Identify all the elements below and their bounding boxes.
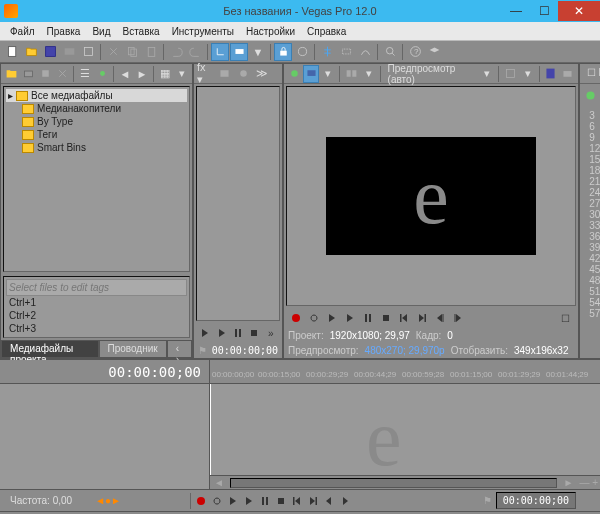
play-icon[interactable] [198, 325, 212, 341]
media-tree[interactable]: ▸Все медиафайлы Медианакопители By Type … [3, 86, 190, 272]
close-panel-icon[interactable]: ☐ [558, 310, 574, 326]
play-icon[interactable] [214, 325, 228, 341]
menu-view[interactable]: Вид [86, 24, 116, 39]
stop-icon[interactable] [378, 310, 394, 326]
prev-icon[interactable]: ◄ [117, 65, 133, 83]
zoom-tool-icon[interactable] [381, 43, 399, 61]
help-icon[interactable]: ? [406, 43, 424, 61]
menu-insert[interactable]: Вставка [116, 24, 165, 39]
new-icon[interactable] [3, 43, 21, 61]
dropdown-icon[interactable]: ▾ [519, 65, 535, 83]
render-icon[interactable] [60, 43, 78, 61]
copy-snapshot-icon[interactable] [560, 65, 576, 83]
minimize-button[interactable]: — [502, 1, 530, 21]
lock-icon[interactable] [274, 43, 292, 61]
cut-icon[interactable] [104, 43, 122, 61]
menu-help[interactable]: Справка [301, 24, 352, 39]
import-icon[interactable] [3, 65, 19, 83]
pause-icon[interactable] [257, 493, 273, 509]
edit-tool-icon[interactable] [318, 43, 336, 61]
snap-icon[interactable] [211, 43, 229, 61]
more-icon[interactable]: » [264, 325, 278, 341]
show-video-icon[interactable] [215, 65, 233, 83]
stop-icon[interactable] [247, 325, 261, 341]
menu-settings[interactable]: Настройки [240, 24, 301, 39]
record-icon[interactable] [288, 310, 304, 326]
go-start-icon[interactable] [289, 493, 305, 509]
media-props-icon[interactable]: ☰ [77, 65, 93, 83]
redo-icon[interactable] [186, 43, 204, 61]
next-frame-icon[interactable] [337, 493, 353, 509]
copy-icon[interactable] [123, 43, 141, 61]
remove-icon[interactable] [54, 65, 70, 83]
close-button[interactable]: ✕ [558, 1, 600, 21]
timeline-scrollbar[interactable]: ◄ ► — + [210, 475, 600, 489]
next-icon[interactable]: ► [134, 65, 150, 83]
dropdown-icon[interactable]: ▾ [361, 65, 377, 83]
tutor-icon[interactable] [425, 43, 443, 61]
play-start-icon[interactable] [225, 493, 241, 509]
menu-file[interactable]: Файл [4, 24, 41, 39]
timeline-timecode-2[interactable]: 00:00:00;00 [496, 492, 576, 509]
tree-item[interactable]: Медианакопители [6, 102, 187, 115]
paste-icon[interactable] [142, 43, 160, 61]
track-list[interactable] [0, 384, 209, 489]
record-icon[interactable] [193, 493, 209, 509]
tree-item[interactable]: By Type [6, 115, 187, 128]
playhead[interactable] [210, 384, 211, 475]
crossfade-icon[interactable]: ▼ [249, 43, 267, 61]
more-icon[interactable]: ≫ [253, 65, 271, 83]
properties-icon[interactable] [79, 43, 97, 61]
prev-frame-icon[interactable] [321, 493, 337, 509]
pause-icon[interactable] [360, 310, 376, 326]
dropdown-icon[interactable]: ▾ [320, 65, 336, 83]
stop-icon[interactable] [273, 493, 289, 509]
ignore-grouping-icon[interactable] [293, 43, 311, 61]
scrub-control[interactable]: ◄●► [95, 495, 121, 506]
menu-edit[interactable]: Правка [41, 24, 87, 39]
timeline-ruler[interactable]: 00:00:00;00 00:00:15;00 00:00:29;29 00:0… [210, 360, 600, 384]
get-media-icon[interactable] [37, 65, 53, 83]
tab-project-media[interactable]: Медиафайлы проекта [1, 340, 99, 358]
tree-item[interactable]: Smart Bins [6, 141, 187, 154]
go-end-icon[interactable] [305, 493, 321, 509]
fx-icon[interactable]: fx ▾ [196, 65, 214, 83]
selection-tool-icon[interactable] [337, 43, 355, 61]
prev-frame-icon[interactable] [432, 310, 448, 326]
maximize-button[interactable]: ☐ [530, 1, 558, 21]
save-icon[interactable] [41, 43, 59, 61]
snapshot-icon[interactable] [543, 65, 559, 83]
next-frame-icon[interactable] [450, 310, 466, 326]
external-monitor-icon[interactable] [303, 65, 319, 83]
timeline-canvas[interactable]: e [210, 384, 600, 475]
tree-root[interactable]: ▸Все медиафайлы [6, 89, 187, 102]
play-start-icon[interactable] [324, 310, 340, 326]
play-icon[interactable] [342, 310, 358, 326]
capture-icon[interactable] [20, 65, 36, 83]
envelope-tool-icon[interactable] [356, 43, 374, 61]
dropdown-icon[interactable]: ▾ [479, 65, 495, 83]
preview-fx-icon[interactable] [286, 65, 302, 83]
open-icon[interactable] [22, 43, 40, 61]
media-fx-icon[interactable] [94, 65, 110, 83]
loop-icon[interactable] [209, 493, 225, 509]
menu-tools[interactable]: Инструменты [166, 24, 240, 39]
save-marker-icon[interactable] [234, 65, 252, 83]
go-start-icon[interactable] [396, 310, 412, 326]
play-icon[interactable] [241, 493, 257, 509]
split-screen-icon[interactable] [343, 65, 359, 83]
tree-item[interactable]: Теги [6, 128, 187, 141]
master-fx-icon[interactable] [582, 86, 599, 104]
tab-more[interactable]: ‹ › [167, 340, 192, 358]
timeline-timecode[interactable]: 00:00:00;00 [0, 360, 209, 384]
views-expand-icon[interactable]: ▾ [174, 65, 190, 83]
auto-ripple-icon[interactable] [230, 43, 248, 61]
overlay-icon[interactable] [502, 65, 518, 83]
preview-mode-label[interactable]: Предпросмотр (авто) [384, 63, 479, 85]
loop-icon[interactable] [306, 310, 322, 326]
pause-icon[interactable] [231, 325, 245, 341]
tab-explorer[interactable]: Проводник [99, 340, 167, 358]
views-icon[interactable]: ▦ [157, 65, 173, 83]
go-end-icon[interactable] [414, 310, 430, 326]
undo-icon[interactable] [167, 43, 185, 61]
